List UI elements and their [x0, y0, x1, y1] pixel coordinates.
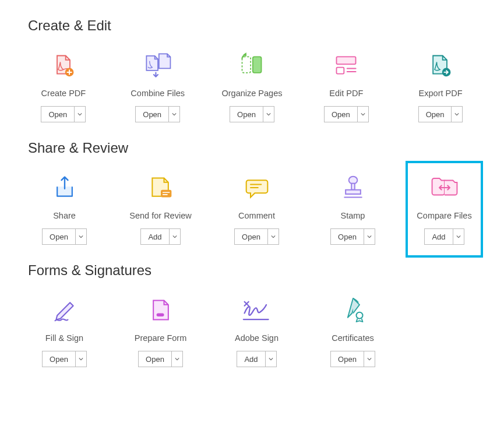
edit-pdf-icon [332, 51, 361, 79]
send-for-review-button-main[interactable]: Add [141, 229, 169, 244]
tool-stamp[interactable]: StampOpen [316, 174, 389, 245]
tool-create-pdf[interactable]: Create PDFOpen [28, 51, 99, 122]
section-title: Share & Review [28, 140, 476, 156]
chevron-down-icon[interactable] [364, 229, 375, 244]
chevron-down-icon[interactable] [452, 107, 462, 122]
create-pdf-icon [49, 51, 78, 79]
tool-label: Comment [238, 211, 275, 220]
chevron-down-icon[interactable] [266, 351, 276, 367]
tool-label: Combine Files [131, 89, 185, 98]
tool-edit-pdf[interactable]: Edit PDFOpen [311, 51, 382, 122]
section-title: Forms & Signatures [28, 262, 476, 279]
tool-label: Certificates [332, 333, 374, 343]
create-pdf-button[interactable]: Open [41, 106, 86, 122]
chevron-down-icon[interactable] [76, 351, 86, 367]
chevron-down-icon[interactable] [358, 107, 368, 122]
chevron-down-icon[interactable] [364, 351, 375, 367]
share-button[interactable]: Open [42, 228, 87, 245]
fill-sign-button[interactable]: Open [42, 351, 87, 367]
certificates-button[interactable]: Open [330, 351, 375, 367]
chevron-down-icon[interactable] [453, 229, 464, 244]
tool-label: Fill & Sign [45, 333, 83, 343]
adobe-sign-icon [242, 296, 272, 324]
tool-label: Prepare Form [135, 333, 186, 343]
share-icon [50, 174, 79, 202]
certificates-icon [339, 296, 368, 324]
edit-pdf-button[interactable]: Open [324, 106, 369, 122]
adobe-sign-button[interactable]: Add [237, 351, 276, 367]
comment-button[interactable]: Open [234, 228, 279, 245]
adobe-sign-button-main[interactable]: Add [237, 351, 265, 367]
tool-label: Export PDF [419, 89, 463, 98]
tool-label: Send for Review [129, 211, 191, 220]
tool-label: Adobe Sign [235, 333, 279, 343]
chevron-down-icon[interactable] [172, 351, 182, 367]
combine-files-button[interactable]: Open [135, 106, 180, 122]
tool-organize-pages[interactable]: Organize PagesOpen [217, 51, 288, 122]
certificates-button-main[interactable]: Open [331, 351, 364, 367]
prepare-form-icon [146, 296, 175, 324]
fill-sign-button-main[interactable]: Open [43, 351, 76, 367]
compare-files-icon [430, 174, 459, 202]
prepare-form-button[interactable]: Open [138, 351, 183, 367]
tool-prepare-form[interactable]: Prepare FormOpen [124, 296, 197, 367]
organize-pages-button[interactable]: Open [230, 106, 274, 122]
export-pdf-button[interactable]: Open [418, 106, 463, 122]
tool-adobe-sign[interactable]: Adobe SignAdd [220, 296, 293, 367]
send-review-icon [146, 174, 175, 202]
tool-compare-files[interactable]: Compare FilesAdd [408, 163, 481, 255]
chevron-down-icon[interactable] [263, 107, 274, 122]
combine-files-button-main[interactable]: Open [136, 107, 169, 122]
tool-label: Compare Files [417, 211, 471, 220]
tool-comment[interactable]: CommentOpen [220, 174, 293, 245]
tool-send-for-review[interactable]: Send for ReviewAdd [124, 174, 197, 245]
section-title: Create & Edit [28, 17, 476, 34]
send-for-review-button[interactable]: Add [140, 228, 180, 245]
comment-button-main[interactable]: Open [235, 229, 268, 244]
prepare-form-button-main[interactable]: Open [139, 351, 172, 367]
export-pdf-icon [426, 51, 455, 79]
tool-label: Create PDF [41, 89, 86, 98]
fill-sign-icon [50, 296, 79, 324]
tool-label: Organize Pages [222, 89, 283, 98]
edit-pdf-button-main[interactable]: Open [325, 107, 358, 122]
tool-label: Share [53, 211, 76, 220]
organize-pages-icon [237, 51, 266, 79]
stamp-button[interactable]: Open [330, 228, 375, 245]
share-button-main[interactable]: Open [43, 229, 76, 244]
compare-files-button-main[interactable]: Add [425, 229, 453, 244]
section-share-review: Share & ReviewShareOpenSend for ReviewAd… [28, 140, 476, 245]
stamp-icon [339, 174, 368, 202]
chevron-down-icon[interactable] [170, 229, 180, 244]
export-pdf-button-main[interactable]: Open [419, 107, 452, 122]
tool-row: Create PDFOpenCombine FilesOpenOrganize … [28, 51, 476, 122]
stamp-button-main[interactable]: Open [331, 229, 364, 244]
tool-label: Stamp [341, 211, 365, 220]
combine-files-icon [143, 51, 172, 79]
tool-export-pdf[interactable]: Export PDFOpen [405, 51, 476, 122]
compare-files-button[interactable]: Add [424, 228, 464, 245]
tool-share[interactable]: ShareOpen [28, 174, 101, 245]
chevron-down-icon[interactable] [76, 229, 86, 244]
tool-combine-files[interactable]: Combine FilesOpen [122, 51, 193, 122]
tool-fill-sign[interactable]: Fill & SignOpen [28, 296, 101, 367]
tool-label: Edit PDF [329, 89, 363, 98]
tool-certificates[interactable]: CertificatesOpen [316, 296, 389, 367]
chevron-down-icon[interactable] [75, 107, 85, 122]
chevron-down-icon[interactable] [169, 107, 179, 122]
chevron-down-icon[interactable] [268, 229, 279, 244]
section-create-edit: Create & EditCreate PDFOpenCombine Files… [28, 17, 476, 122]
create-pdf-button-main[interactable]: Open [41, 107, 75, 122]
organize-pages-button-main[interactable]: Open [230, 107, 263, 122]
section-forms-signatures: Forms & SignaturesFill & SignOpenPrepare… [28, 262, 476, 367]
tool-row: ShareOpenSend for ReviewAddCommentOpenSt… [28, 174, 476, 245]
comment-icon [242, 174, 272, 202]
tool-row: Fill & SignOpenPrepare FormOpenAdobe Sig… [28, 296, 476, 367]
